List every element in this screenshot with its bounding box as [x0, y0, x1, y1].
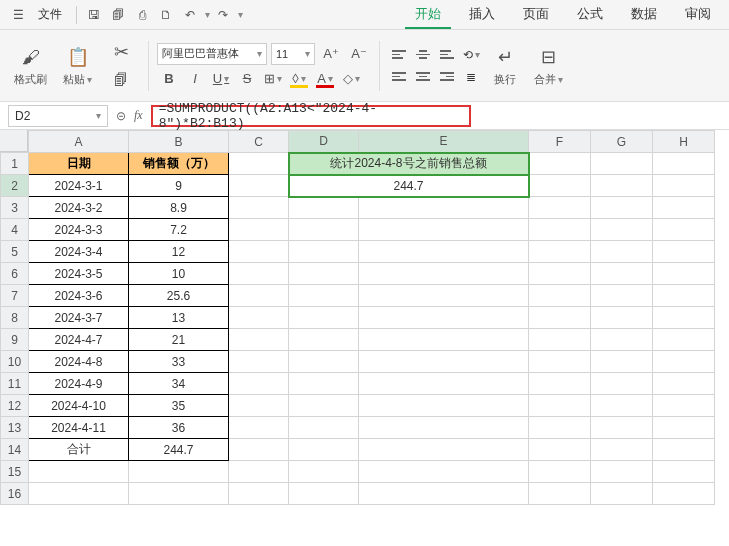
format-painter-icon[interactable]: 🖌 [18, 44, 44, 70]
cell[interactable] [529, 307, 591, 329]
paste-icon[interactable]: 📋 [65, 44, 91, 70]
cell[interactable] [591, 395, 653, 417]
cell[interactable] [359, 461, 529, 483]
cell[interactable] [653, 417, 715, 439]
select-all-corner[interactable] [0, 130, 28, 152]
cell[interactable] [591, 219, 653, 241]
cell[interactable] [229, 351, 289, 373]
cell[interactable] [289, 329, 359, 351]
cell[interactable] [289, 263, 359, 285]
cell[interactable] [653, 241, 715, 263]
cell[interactable] [591, 197, 653, 219]
row-header[interactable]: 15 [1, 461, 29, 483]
cell[interactable] [529, 439, 591, 461]
cell[interactable]: 2024-4-9 [29, 373, 129, 395]
cell[interactable] [289, 219, 359, 241]
cell[interactable] [529, 373, 591, 395]
cell[interactable]: 2024-3-1 [29, 175, 129, 197]
italic-button[interactable]: I [183, 69, 207, 89]
cell[interactable] [229, 461, 289, 483]
cell[interactable]: 7.2 [129, 219, 229, 241]
align-center-icon[interactable] [412, 68, 434, 86]
save-as-icon[interactable]: 🗐 [107, 4, 129, 26]
cell[interactable] [289, 483, 359, 505]
cell[interactable] [129, 461, 229, 483]
cell[interactable]: 21 [129, 329, 229, 351]
more-font-button[interactable]: ◇▾ [339, 69, 363, 89]
cell[interactable] [289, 241, 359, 263]
tab-home[interactable]: 开始 [405, 1, 451, 29]
cell[interactable] [359, 351, 529, 373]
cell[interactable] [289, 351, 359, 373]
col-header[interactable]: D [289, 131, 359, 153]
cell[interactable]: 10 [129, 263, 229, 285]
underline-button[interactable]: U▾ [209, 69, 233, 89]
font-color-button[interactable]: A▾ [313, 69, 337, 89]
row-header[interactable]: 14 [1, 439, 29, 461]
cell[interactable] [229, 197, 289, 219]
row-header[interactable]: 6 [1, 263, 29, 285]
cell[interactable] [29, 483, 129, 505]
row-header[interactable]: 11 [1, 373, 29, 395]
cell[interactable] [359, 439, 529, 461]
cut-icon[interactable]: ✂ [108, 39, 134, 65]
cell[interactable] [229, 373, 289, 395]
cell[interactable] [591, 439, 653, 461]
cell[interactable] [591, 373, 653, 395]
cell[interactable] [229, 219, 289, 241]
undo-icon[interactable]: ↶ [179, 4, 201, 26]
cell[interactable] [653, 461, 715, 483]
cell[interactable] [29, 461, 129, 483]
app-menu-icon[interactable]: ☰ [8, 5, 28, 25]
increase-font-icon[interactable]: A⁺ [319, 44, 343, 64]
undo-dropdown-icon[interactable]: ▾ [205, 9, 210, 20]
row-header[interactable]: 5 [1, 241, 29, 263]
border-button[interactable]: ⊞▾ [261, 69, 285, 89]
cell[interactable] [591, 153, 653, 175]
cell[interactable] [289, 439, 359, 461]
font-size-select[interactable]: 11▾ [271, 43, 315, 65]
row-header[interactable]: 10 [1, 351, 29, 373]
cell[interactable] [529, 417, 591, 439]
search-icon[interactable]: ⊝ [116, 109, 126, 123]
cell[interactable] [529, 395, 591, 417]
cell[interactable]: 36 [129, 417, 229, 439]
cell[interactable] [359, 395, 529, 417]
align-right-icon[interactable] [436, 68, 458, 86]
col-header[interactable]: A [29, 131, 129, 153]
cell[interactable] [229, 285, 289, 307]
cell[interactable] [591, 307, 653, 329]
col-header[interactable]: C [229, 131, 289, 153]
cell[interactable]: 33 [129, 351, 229, 373]
cell[interactable] [359, 307, 529, 329]
cell[interactable] [129, 483, 229, 505]
cell[interactable] [653, 483, 715, 505]
cell[interactable] [529, 351, 591, 373]
cell[interactable] [359, 329, 529, 351]
align-middle-icon[interactable] [412, 46, 434, 64]
row-header[interactable]: 16 [1, 483, 29, 505]
tab-insert[interactable]: 插入 [459, 1, 505, 29]
cell[interactable] [653, 395, 715, 417]
cell[interactable] [591, 351, 653, 373]
cell[interactable] [653, 351, 715, 373]
cell[interactable] [289, 307, 359, 329]
row-header[interactable]: 9 [1, 329, 29, 351]
cell[interactable] [289, 373, 359, 395]
cell[interactable] [653, 285, 715, 307]
cell[interactable] [591, 285, 653, 307]
strikethrough-button[interactable]: S [235, 69, 259, 89]
tab-page[interactable]: 页面 [513, 1, 559, 29]
cell[interactable]: 34 [129, 373, 229, 395]
file-menu[interactable]: 文件 [30, 4, 70, 25]
cell[interactable]: 2024-4-10 [29, 395, 129, 417]
cell[interactable] [529, 329, 591, 351]
row-header[interactable]: 1 [1, 153, 29, 175]
orientation-icon[interactable]: ⟲▾ [460, 46, 482, 64]
cell[interactable]: 25.6 [129, 285, 229, 307]
wrap-icon[interactable]: ↵ [492, 44, 518, 70]
cell[interactable] [591, 417, 653, 439]
align-top-icon[interactable] [388, 46, 410, 64]
cell[interactable] [289, 197, 359, 219]
cell[interactable] [529, 241, 591, 263]
